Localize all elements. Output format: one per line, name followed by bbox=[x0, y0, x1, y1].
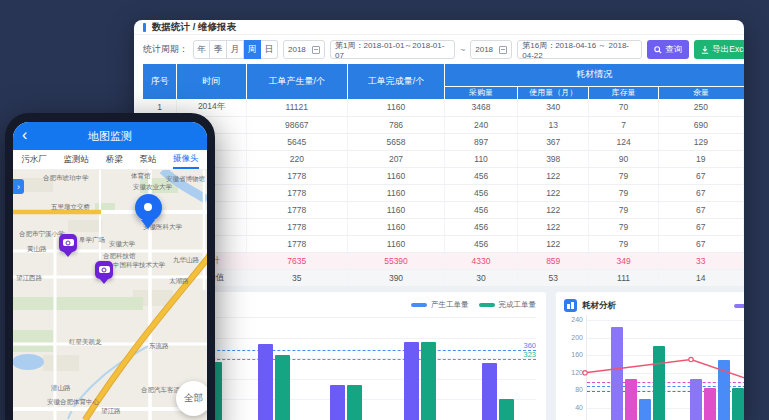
period-label: 统计周期： bbox=[143, 43, 188, 56]
map-label: 黄山路 bbox=[27, 245, 47, 254]
segment-年[interactable]: 年 bbox=[193, 40, 210, 59]
cell: 5658 bbox=[347, 133, 444, 150]
cell: 456 bbox=[445, 201, 518, 218]
cell: 456 bbox=[445, 184, 518, 201]
consumables-chart: 2402001601208040 bbox=[586, 315, 744, 420]
cell: 70 bbox=[589, 99, 658, 116]
cell: 1778 bbox=[246, 201, 347, 218]
breadcrumb-accent bbox=[143, 23, 146, 32]
table-row: 9177811604561227967 bbox=[143, 235, 744, 252]
cell: 690 bbox=[658, 116, 743, 133]
cell: 67 bbox=[658, 201, 743, 218]
tab-摄像头[interactable]: 摄像头 bbox=[173, 151, 199, 169]
back-icon[interactable]: ‹ bbox=[22, 125, 27, 145]
map-label: 中国科学技术大学 bbox=[113, 261, 165, 270]
year-to-value: 2018 bbox=[475, 45, 493, 54]
cell: 1778 bbox=[246, 235, 347, 252]
report-table-wrap: 序号 时间 工单产生量/个 工单完成量/个 耗材情况 采购量使用量（月）库存量余… bbox=[143, 64, 744, 287]
tab-污水厂[interactable]: 污水厂 bbox=[21, 152, 47, 168]
segment-月[interactable]: 月 bbox=[227, 40, 244, 59]
cell: 33 bbox=[658, 252, 743, 269]
legend-label: 产生工单量 bbox=[431, 300, 469, 310]
phone-page-title: 地图监测 bbox=[88, 129, 132, 144]
bar-完成工单量 bbox=[499, 399, 514, 420]
year-to-select[interactable]: 2018 bbox=[470, 40, 512, 59]
tab-监测站[interactable]: 监测站 bbox=[64, 152, 90, 168]
export-excel-button[interactable]: 导出Excel bbox=[694, 40, 744, 59]
cell: 13 bbox=[517, 116, 589, 133]
cell: 79 bbox=[589, 235, 658, 252]
table-row: 6177811604561227967 bbox=[143, 184, 744, 201]
map-label: 阜学广场 bbox=[79, 236, 105, 245]
cell: 250 bbox=[658, 99, 743, 116]
bar-完成工单量 bbox=[421, 342, 436, 420]
y-tick: 80 bbox=[575, 386, 583, 394]
bar-产生工单量 bbox=[404, 342, 419, 420]
phone-tab-bar: 污水厂监测站桥梁泵站摄像头 bbox=[13, 150, 207, 170]
cell: 67 bbox=[658, 184, 743, 201]
col-header-consumables-group: 耗材情况 bbox=[445, 64, 744, 86]
sub-header: 库存量 bbox=[589, 86, 658, 99]
cell: 786 bbox=[347, 116, 444, 133]
cell: 1160 bbox=[347, 218, 444, 235]
range-separator: ~ bbox=[460, 45, 465, 55]
col-header-time: 时间 bbox=[177, 64, 246, 99]
tab-泵站[interactable]: 泵站 bbox=[139, 152, 156, 168]
year-from-select[interactable]: 2018 bbox=[283, 40, 325, 59]
cell: 456 bbox=[445, 218, 518, 235]
week-from-select[interactable]: 第1周：2018-01-01～2018-01-07 bbox=[330, 40, 455, 59]
legend-item[interactable]: 完成工单量 bbox=[479, 300, 537, 310]
query-button[interactable]: 查询 bbox=[647, 40, 689, 59]
sub-header: 余量 bbox=[658, 86, 743, 99]
phone-header: ‹ 地图监测 bbox=[13, 122, 207, 150]
map-view[interactable]: 合肥市琥珀中学体育馆安徽农业大学安徽省博物馆五里墩立交桥合肥市宁溪小学安徽医科大… bbox=[13, 170, 207, 420]
camera-pin[interactable] bbox=[95, 261, 113, 279]
cell: 122 bbox=[517, 201, 589, 218]
cell: 1160 bbox=[347, 201, 444, 218]
cell: 1778 bbox=[246, 184, 347, 201]
cell: 1160 bbox=[347, 184, 444, 201]
segment-日[interactable]: 日 bbox=[261, 40, 278, 59]
map-label: 太湖路 bbox=[169, 277, 189, 286]
week-to-select[interactable]: 第16周：2018-04-16 ～ 2018-04-22 bbox=[517, 40, 642, 59]
calendar-icon bbox=[499, 46, 507, 54]
map-label: 望江西路 bbox=[16, 274, 42, 283]
y-tick: 240 bbox=[571, 316, 583, 324]
cell: 240 bbox=[445, 116, 518, 133]
legend-label: 完成工单量 bbox=[499, 300, 537, 310]
y-tick: 200 bbox=[571, 334, 583, 342]
calendar-icon bbox=[312, 46, 320, 54]
bar-产生工单量 bbox=[330, 385, 345, 420]
show-all-button[interactable]: 全部 bbox=[176, 381, 207, 416]
cell: 111 bbox=[589, 269, 658, 286]
cell: 67 bbox=[658, 167, 743, 184]
camera-icon bbox=[99, 266, 110, 273]
map-expander-button[interactable]: › bbox=[13, 179, 24, 194]
camera-pin[interactable] bbox=[59, 234, 77, 252]
cell: 79 bbox=[589, 218, 658, 235]
legend-item[interactable]: 产生工单量 bbox=[411, 300, 469, 310]
segment-周[interactable]: 周 bbox=[244, 40, 261, 59]
map-label: 望江路 bbox=[101, 407, 121, 416]
chart-icon bbox=[564, 299, 577, 312]
tab-桥梁[interactable]: 桥梁 bbox=[106, 152, 123, 168]
search-icon bbox=[654, 46, 662, 54]
table-row: 298667786240137690 bbox=[143, 116, 744, 133]
cell: 129 bbox=[658, 133, 743, 150]
segment-季[interactable]: 季 bbox=[210, 40, 227, 59]
bar-产生工单量 bbox=[482, 363, 497, 420]
total-row: 合计763555390433085934933 bbox=[143, 252, 744, 269]
selected-location-pin[interactable] bbox=[135, 194, 162, 221]
y-tick: 160 bbox=[571, 351, 583, 359]
col-header-index: 序号 bbox=[143, 64, 177, 99]
map-base bbox=[13, 170, 207, 420]
cell: 67 bbox=[658, 235, 743, 252]
bar-产生工单量 bbox=[258, 344, 273, 420]
right-chart-legend-swatch[interactable] bbox=[734, 304, 744, 308]
charts-section: 产生工单量完成工单量 360323 耗材分析 2402001601208040 bbox=[134, 286, 744, 420]
right-chart-header: 耗材分析 bbox=[564, 299, 616, 312]
y-tick: 40 bbox=[575, 404, 583, 412]
cell: 367 bbox=[517, 133, 589, 150]
cell: 1160 bbox=[347, 167, 444, 184]
col-header-completed: 工单完成量/个 bbox=[347, 64, 444, 99]
